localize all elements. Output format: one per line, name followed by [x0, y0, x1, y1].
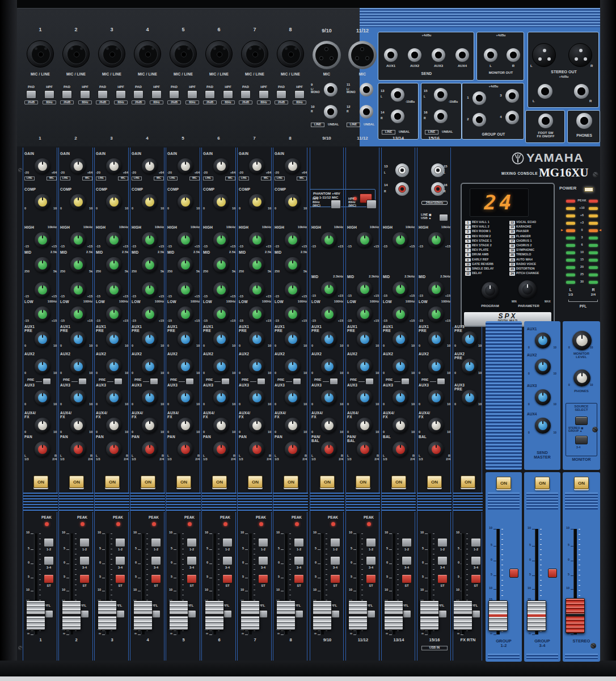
channel-on-button[interactable]: ON — [176, 476, 191, 488]
assign-button-1-2[interactable] — [79, 538, 90, 547]
monitor-level-knob[interactable] — [572, 331, 592, 350]
pfl-button[interactable] — [187, 610, 196, 618]
assign-button-st[interactable] — [115, 574, 125, 583]
assign-button-1-2[interactable] — [258, 538, 268, 547]
fader-cap[interactable] — [169, 600, 188, 630]
source-select-button-2[interactable] — [575, 436, 588, 444]
fader-cap[interactable] — [420, 600, 439, 630]
assign-button-st[interactable] — [437, 574, 448, 583]
assign-button-1-2[interactable] — [402, 538, 412, 547]
hpf-button[interactable] — [187, 90, 197, 99]
assign-button-3-4[interactable] — [79, 556, 90, 565]
pad-button[interactable] — [169, 90, 179, 99]
assign-button-1-2[interactable] — [115, 538, 125, 547]
master-on-button[interactable]: ON — [535, 477, 550, 489]
assign-button-st[interactable] — [294, 574, 304, 583]
parameter-knob[interactable] — [518, 280, 537, 299]
assign-button-3-4[interactable] — [151, 556, 161, 565]
phones-level-knob[interactable] — [573, 369, 590, 386]
assign-button-st[interactable] — [222, 574, 233, 583]
assign-button-1-2[interactable] — [437, 538, 448, 547]
assign-button-3-4[interactable] — [294, 556, 304, 565]
channel-on-button[interactable]: ON — [141, 476, 155, 488]
assign-button-st[interactable] — [366, 574, 376, 583]
fader-cap[interactable] — [348, 600, 368, 630]
program-knob[interactable] — [482, 282, 499, 299]
fader-cap[interactable] — [384, 600, 403, 630]
line-usb-button[interactable] — [439, 214, 448, 221]
assign-button-st[interactable] — [258, 574, 268, 583]
channel-on-button[interactable]: ON — [33, 476, 48, 488]
st-assign-button[interactable] — [548, 569, 557, 578]
fader-cap[interactable] — [62, 600, 81, 630]
pad-button[interactable] — [205, 90, 215, 99]
master-on-button[interactable]: ON — [574, 477, 589, 489]
assign-button-1-2[interactable] — [366, 538, 376, 547]
pad-button[interactable] — [276, 90, 286, 99]
channel-on-button[interactable]: ON — [69, 476, 84, 488]
pfl-button[interactable] — [223, 610, 232, 618]
fader-cap[interactable] — [26, 600, 45, 630]
send-master-aux3-knob[interactable] — [535, 389, 551, 405]
assign-button-3-4[interactable] — [44, 556, 54, 565]
assign-button-st[interactable] — [151, 574, 161, 583]
assign-button-st[interactable] — [471, 574, 481, 583]
assign-button-1-2[interactable] — [471, 538, 481, 547]
hpf-mic-button[interactable] — [331, 200, 341, 209]
assign-button-3-4[interactable] — [471, 556, 481, 565]
assign-button-1-2[interactable] — [44, 538, 54, 547]
master-on-button[interactable]: ON — [496, 477, 511, 489]
assign-button-3-4[interactable] — [402, 556, 412, 565]
assign-button-1-2[interactable] — [294, 538, 304, 547]
pad-button[interactable] — [26, 90, 36, 99]
fader-cap[interactable] — [205, 600, 224, 630]
pfl-button[interactable] — [116, 610, 125, 618]
assign-button-3-4[interactable] — [437, 556, 448, 565]
hpf-button[interactable] — [151, 90, 162, 99]
channel-on-button[interactable]: ON — [105, 476, 120, 488]
pad-button[interactable] — [62, 90, 72, 99]
pad-button[interactable] — [98, 90, 108, 99]
assign-button-3-4[interactable] — [222, 556, 233, 565]
assign-button-st[interactable] — [44, 574, 54, 583]
hpf-mic-button[interactable] — [366, 200, 377, 209]
assign-button-3-4[interactable] — [187, 556, 197, 565]
st-assign-button[interactable] — [509, 569, 518, 578]
channel-on-button[interactable]: ON — [320, 476, 335, 488]
assign-button-3-4[interactable] — [115, 556, 125, 565]
channel-on-button[interactable]: ON — [248, 476, 263, 488]
channel-on-button[interactable]: ON — [212, 476, 227, 488]
assign-button-st[interactable] — [330, 574, 340, 583]
master-fader-cap[interactable] — [488, 600, 508, 631]
assign-button-st[interactable] — [79, 574, 90, 583]
fader-cap[interactable] — [98, 600, 117, 630]
assign-button-1-2[interactable] — [330, 538, 340, 547]
fader-cap[interactable] — [276, 600, 296, 630]
pfl-button[interactable] — [151, 610, 161, 618]
hpf-button[interactable] — [80, 90, 90, 99]
send-master-aux2-knob[interactable] — [535, 359, 551, 375]
channel-on-button[interactable]: ON — [284, 476, 298, 488]
pfl-button[interactable] — [471, 610, 480, 618]
pfl-button[interactable] — [402, 610, 411, 618]
assign-button-st[interactable] — [187, 574, 197, 583]
send-master-aux1-knob[interactable] — [535, 333, 551, 348]
assign-button-3-4[interactable] — [366, 556, 376, 565]
assign-button-3-4[interactable] — [330, 556, 340, 565]
assign-button-1-2[interactable] — [222, 538, 233, 547]
assign-button-3-4[interactable] — [258, 556, 268, 565]
pfl-button[interactable] — [259, 610, 268, 618]
master-fader-cap[interactable] — [527, 600, 546, 631]
hpf-button[interactable] — [223, 90, 233, 99]
channel-on-button[interactable]: ON — [427, 476, 442, 488]
hpf-button[interactable] — [44, 90, 54, 99]
channel-on-button[interactable]: ON — [391, 476, 406, 488]
source-select-button-1[interactable] — [575, 417, 588, 425]
pad-button[interactable] — [241, 90, 251, 99]
assign-button-1-2[interactable] — [187, 538, 197, 547]
channel-on-button[interactable]: ON — [356, 476, 370, 488]
assign-button-st[interactable] — [402, 574, 412, 583]
assign-button-1-2[interactable] — [151, 538, 161, 547]
pfl-button[interactable] — [294, 610, 303, 618]
pfl-button[interactable] — [80, 610, 89, 618]
